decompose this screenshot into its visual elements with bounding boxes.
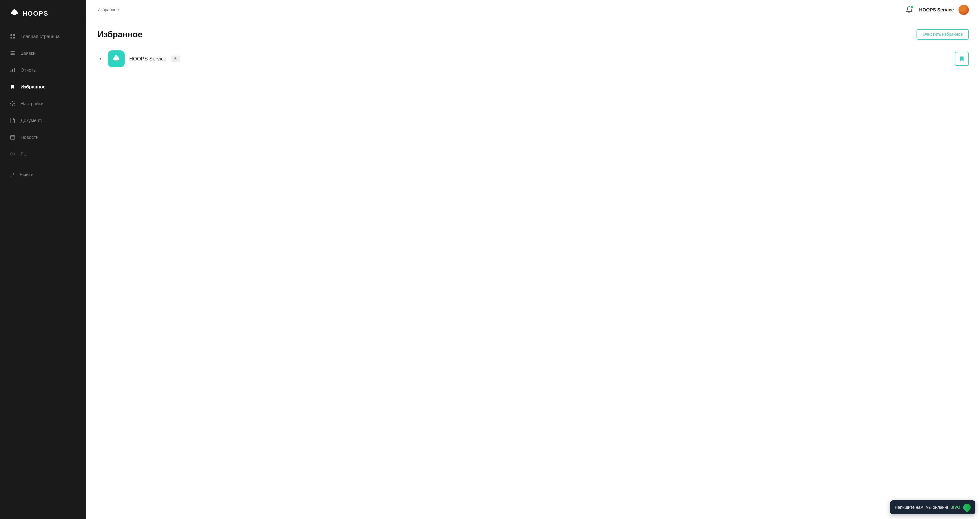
sidebar-item-partial-label: Л... — [21, 151, 27, 157]
favorites-item: HOOPS Service 5 — [97, 48, 969, 70]
svg-rect-5 — [11, 37, 13, 38]
page-header: Избранное Очистить избранное — [97, 29, 969, 40]
jivo-brand-label: JiVO — [951, 505, 960, 510]
sidebar-item-reports-label: Отчеты — [21, 67, 37, 73]
sidebar-item-reports[interactable]: Отчеты — [0, 62, 86, 78]
notification-button[interactable] — [904, 5, 915, 15]
main-content: Избранное HOOPS Service Избранное Очисти… — [86, 0, 980, 519]
svg-rect-8 — [11, 53, 15, 54]
svg-rect-4 — [13, 34, 15, 36]
sidebar-item-documents-label: Документы — [21, 118, 45, 123]
sidebar-item-requests-label: Заявки — [21, 51, 36, 56]
clear-favorites-button[interactable]: Очистить избранное — [916, 29, 969, 40]
svg-rect-0 — [11, 13, 18, 14]
svg-rect-2 — [13, 14, 16, 15]
fav-service-name: HOOPS Service — [129, 56, 166, 62]
sidebar-item-partial[interactable]: Л... — [0, 146, 86, 162]
svg-rect-18 — [114, 60, 118, 60]
logout-button[interactable]: Выйти — [0, 166, 86, 183]
sidebar-item-requests[interactable]: Заявки — [0, 45, 86, 62]
hoops-logo-icon — [10, 8, 20, 19]
page-title: Избранное — [97, 30, 143, 40]
sidebar-item-news-label: Новости — [21, 135, 38, 140]
sidebar-item-news[interactable]: Новости — [0, 129, 86, 146]
sidebar-nav: Главная страница Заявки От — [0, 28, 86, 519]
sidebar-item-settings-label: Настройки — [21, 101, 43, 107]
jivo-leaf-icon — [962, 502, 972, 513]
svg-rect-16 — [113, 59, 119, 60]
topbar: Избранное HOOPS Service — [86, 0, 980, 20]
list-icon — [10, 50, 16, 56]
svg-rect-9 — [11, 54, 15, 55]
partial-icon — [10, 151, 16, 157]
svg-rect-12 — [14, 68, 15, 72]
gear-icon — [10, 100, 16, 107]
fav-count-badge: 5 — [171, 56, 180, 62]
sidebar-item-home[interactable]: Главная страница — [0, 28, 86, 45]
calendar-icon — [10, 134, 16, 140]
bookmark-icon — [10, 84, 16, 90]
notification-dot — [910, 6, 913, 9]
service-name: HOOPS Service — [919, 7, 954, 13]
breadcrumb: Избранное — [97, 8, 119, 13]
svg-rect-3 — [11, 34, 13, 36]
page-body: Избранное Очистить избранное — [86, 20, 980, 519]
svg-rect-6 — [13, 37, 15, 38]
sidebar-item-favorites-label: Избранное — [21, 84, 46, 90]
sidebar-item-documents[interactable]: Документы — [0, 112, 86, 129]
topbar-right: HOOPS Service — [904, 5, 969, 15]
expand-chevron[interactable] — [97, 57, 103, 61]
bookmark-filled-icon — [959, 56, 965, 62]
logout-icon — [10, 171, 15, 178]
svg-rect-10 — [11, 70, 11, 72]
chart-icon — [10, 67, 16, 73]
favorites-list: HOOPS Service 5 — [97, 48, 969, 70]
grid-icon — [10, 33, 16, 40]
logo-text: HOOPS — [22, 10, 48, 17]
svg-rect-17 — [115, 55, 118, 56]
avatar-image — [959, 5, 969, 15]
fav-bookmark-button[interactable] — [955, 52, 969, 66]
logo: HOOPS — [0, 0, 86, 28]
svg-rect-11 — [12, 69, 13, 72]
avatar[interactable] — [959, 5, 969, 15]
service-icon — [108, 50, 125, 67]
sidebar-item-favorites[interactable]: Избранное — [0, 78, 86, 95]
svg-rect-7 — [11, 51, 15, 52]
jivo-chat-widget[interactable]: Напишите нам, мы онлайн! JiVO — [890, 500, 975, 514]
jivo-chat-text: Напишите нам, мы онлайн! — [895, 505, 948, 510]
svg-rect-14 — [11, 135, 15, 139]
svg-point-13 — [12, 103, 13, 104]
document-icon — [10, 117, 16, 124]
logout-label: Выйти — [20, 172, 33, 177]
sidebar: HOOPS Главная страница — [0, 0, 86, 519]
sidebar-item-settings[interactable]: Настройки — [0, 95, 86, 112]
sidebar-item-home-label: Главная страница — [21, 34, 60, 39]
svg-rect-1 — [14, 9, 15, 10]
